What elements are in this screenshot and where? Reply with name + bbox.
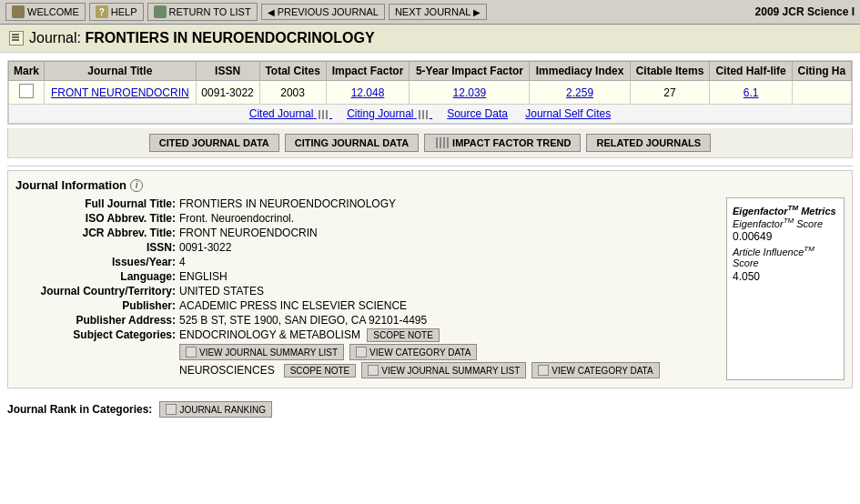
5year-impact-link[interactable]: 12.039	[453, 86, 487, 99]
col-5year-impact: 5-Year Impact Factor	[410, 62, 530, 81]
immediacy-index-link[interactable]: 2.259	[566, 86, 593, 99]
language-row: Language: ENGLISH	[15, 270, 717, 283]
journal-ranking-button[interactable]: JOURNAL RANKING	[159, 401, 272, 418]
subject-row-2: NEUROSCIENCES SCOPE NOTE VIEW JOURNAL SU…	[15, 362, 717, 378]
journal-info-section: Journal Information i Full Journal Title…	[7, 170, 853, 388]
list-icon-small	[186, 347, 197, 358]
journal-rank-row: Journal Rank in Categories: JOURNAL RANK…	[7, 396, 853, 421]
view-category-data-button-2[interactable]: VIEW CATEGORY DATA	[531, 362, 659, 378]
cited-half-life-cell: 6.1	[710, 81, 792, 105]
document-icon	[9, 31, 24, 45]
page-title-bar: Journal: FRONTIERS IN NEUROENDOCRINOLOGY	[0, 25, 860, 53]
citing-ha-cell	[792, 81, 851, 105]
col-impact-factor: Impact Factor	[326, 62, 410, 81]
article-influence-label: Article InfluenceTM	[733, 245, 838, 257]
app-title: 2009 JCR Science I	[755, 5, 855, 18]
immediacy-index-cell: 2.259	[530, 81, 630, 105]
full-title-row: Full Journal Title: FRONTIERS IN NEUROEN…	[15, 197, 717, 210]
journal-title-link[interactable]: FRONT NEUROENDOCRIN	[51, 86, 189, 99]
publisher-row: Publisher: ACADEMIC PRESS INC ELSEVIER S…	[15, 299, 717, 312]
journal-info-main: Full Journal Title: FRONTIERS IN NEUROEN…	[15, 197, 717, 380]
cited-journal-data-button[interactable]: CITED JOURNAL DATA	[149, 134, 279, 152]
col-total-cites: Total Cites	[259, 62, 326, 81]
citing-journal-link[interactable]: Citing Journal	[347, 107, 432, 120]
journal-self-cites-link[interactable]: Journal Self Cites	[525, 107, 611, 120]
journal-info-layout: Full Journal Title: FRONTIERS IN NEUROEN…	[15, 197, 845, 380]
house-icon	[12, 5, 25, 18]
help-button[interactable]: ? HELP	[89, 3, 144, 21]
next-journal-button[interactable]: NEXT JOURNAL ▶	[389, 4, 488, 20]
main-content: Mark Journal Title ISSN Total Cites Impa…	[0, 53, 860, 428]
cited-journal-link[interactable]: Cited Journal	[249, 107, 332, 120]
col-immediacy-index: Immediacy Index	[530, 62, 630, 81]
category-icon-small-2	[538, 365, 549, 376]
previous-journal-button[interactable]: ◀ PREVIOUS JOURNAL	[261, 4, 385, 20]
issues-row: Issues/Year: 4	[15, 256, 717, 268]
citable-items-cell: 27	[630, 81, 710, 105]
article-influence-value: 4.050	[733, 270, 838, 283]
question-icon: ?	[96, 5, 108, 18]
journal-rank-label: Journal Rank in Categories:	[7, 403, 152, 416]
col-issn: ISSN	[196, 62, 259, 81]
col-cited-half-life: Cited Half-life	[710, 62, 792, 81]
view-category-data-button-1[interactable]: VIEW CATEGORY DATA	[349, 344, 477, 360]
eigenfactor-panel: EigenfactorTM Metrics EigenfactorTM Scor…	[726, 197, 845, 380]
list-icon-small-2	[368, 365, 379, 376]
col-journal-title: Journal Title	[45, 62, 197, 81]
section-divider	[7, 166, 853, 166]
subject-row-view-btns-1: VIEW JOURNAL SUMMARY LIST VIEW CATEGORY …	[15, 344, 717, 360]
subject-row-1: Subject Categories: ENDOCRINOLOGY & META…	[15, 328, 717, 342]
list-icon	[154, 5, 167, 18]
info-icon[interactable]: i	[130, 179, 143, 192]
journal-table: Mark Journal Title ISSN Total Cites Impa…	[8, 61, 852, 124]
jcr-abbrev-row: JCR Abbrev. Title: FRONT NEUROENDOCRIN	[15, 227, 717, 239]
welcome-button[interactable]: WELCOME	[5, 3, 86, 21]
action-buttons-row: CITED JOURNAL DATA CITING JOURNAL DATA I…	[7, 128, 853, 158]
pub-address-row: Publisher Address: 525 B ST, STE 1900, S…	[15, 314, 717, 327]
total-cites-cell: 2003	[259, 81, 326, 105]
ranking-icon	[166, 404, 177, 415]
eigenfactor-score-value: 0.00649	[733, 230, 838, 243]
col-citing-ha: Citing Ha	[792, 62, 851, 81]
view-journal-summary-button-1[interactable]: VIEW JOURNAL SUMMARY LIST	[179, 344, 344, 360]
links-row: Cited Journal Citing Journal Source Data…	[9, 105, 852, 124]
trend-chart-icon	[436, 137, 449, 148]
next-icon: ▶	[473, 7, 481, 17]
return-to-list-button[interactable]: RETURN TO LIST	[147, 3, 258, 21]
related-journals-button[interactable]: RELATED JOURNALS	[586, 134, 711, 152]
journal-table-wrapper: Mark Journal Title ISSN Total Cites Impa…	[7, 60, 853, 125]
scope-note-button-1[interactable]: SCOPE NOTE	[367, 328, 440, 342]
table-row: FRONT NEUROENDOCRIN 0091-3022 2003 12.04…	[9, 81, 852, 105]
impact-factor-link[interactable]: 12.048	[351, 86, 385, 99]
source-data-link[interactable]: Source Data	[447, 107, 508, 120]
article-influence-sublabel: Score	[733, 257, 838, 268]
journal-title-cell: FRONT NEUROENDOCRIN	[45, 81, 197, 105]
mark-cell	[9, 81, 45, 105]
toolbar: WELCOME ? HELP RETURN TO LIST ◀ PREVIOUS…	[0, 0, 860, 25]
col-mark: Mark	[9, 62, 45, 81]
cited-half-life-link[interactable]: 6.1	[744, 86, 759, 99]
5year-impact-cell: 12.039	[410, 81, 530, 105]
eigenfactor-score-label: EigenfactorTM Score	[733, 217, 838, 229]
impact-factor-cell: 12.048	[326, 81, 410, 105]
page-title: Journal: FRONTIERS IN NEUROENDOCRINOLOGY	[29, 30, 375, 46]
prev-icon: ◀	[268, 7, 275, 17]
issn-row: ISSN: 0091-3022	[15, 241, 717, 254]
subject-value-2: NEUROSCIENCES	[179, 364, 275, 377]
country-row: Journal Country/Territory: UNITED STATES	[15, 285, 717, 297]
citing-journal-chart-icon	[419, 110, 430, 119]
category-icon-small	[356, 347, 367, 358]
scope-note-button-2[interactable]: SCOPE NOTE	[284, 364, 357, 378]
journal-info-title: Journal Information i	[15, 178, 845, 192]
impact-factor-trend-button[interactable]: IMPACT FACTOR TREND	[424, 134, 581, 152]
view-journal-summary-button-2[interactable]: VIEW JOURNAL SUMMARY LIST	[361, 362, 526, 378]
cited-journal-chart-icon	[319, 110, 329, 119]
issn-cell: 0091-3022	[196, 81, 259, 105]
eigenfactor-title: EigenfactorTM Metrics	[733, 204, 838, 217]
citing-journal-data-button[interactable]: CITING JOURNAL DATA	[285, 134, 419, 152]
iso-abbrev-row: ISO Abbrev. Title: Front. Neuroendocrino…	[15, 212, 717, 225]
links-row-cell: Cited Journal Citing Journal Source Data…	[9, 105, 852, 124]
col-citable-items: Citable Items	[630, 62, 710, 81]
mark-checkbox[interactable]	[19, 84, 34, 98]
